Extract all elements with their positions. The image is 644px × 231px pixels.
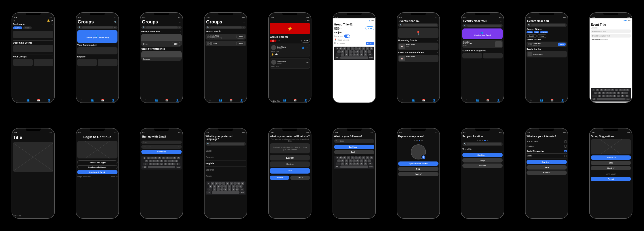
key-q[interactable]: Q bbox=[336, 156, 339, 159]
key-return[interactable]: return bbox=[176, 166, 181, 168]
key-l[interactable]: L bbox=[368, 159, 371, 162]
key-l[interactable]: L bbox=[239, 185, 243, 188]
key-o[interactable]: O bbox=[237, 182, 240, 185]
skip-btn-avatar[interactable]: Skip bbox=[398, 167, 438, 171]
key-k[interactable]: K bbox=[621, 92, 624, 94]
key-s[interactable]: S bbox=[149, 160, 152, 162]
key-h[interactable]: H bbox=[356, 50, 359, 53]
key-p[interactable]: P bbox=[370, 47, 373, 50]
key-space[interactable] bbox=[597, 98, 625, 100]
key-z[interactable]: Z bbox=[341, 162, 344, 165]
key-shift[interactable]: ⇧ bbox=[592, 95, 597, 97]
lang-search[interactable]: 🔍 bbox=[206, 142, 246, 146]
communities-arrow[interactable]: → bbox=[115, 44, 117, 46]
key-l[interactable]: L bbox=[624, 92, 628, 94]
back-icon[interactable]: ← bbox=[564, 20, 566, 22]
name-input[interactable]: Your Name bbox=[334, 139, 374, 143]
key-f[interactable]: F bbox=[220, 185, 224, 188]
nav-groups[interactable]: 👥 bbox=[26, 98, 30, 102]
key-num[interactable]: 123 bbox=[142, 166, 147, 168]
key-shift[interactable]: ⇧ bbox=[207, 188, 212, 191]
more-btn[interactable]: ••• bbox=[628, 19, 630, 22]
upcoming-event-card[interactable]: Location Event Title Date bbox=[462, 40, 503, 48]
key-e[interactable]: E bbox=[600, 89, 603, 91]
share-icon[interactable]: ⬆ bbox=[368, 19, 370, 22]
eye-icon[interactable]: 👁 bbox=[178, 146, 180, 148]
cooking-checkbox[interactable] bbox=[564, 145, 567, 148]
confirm-sugg-btn[interactable]: Confirm → bbox=[591, 155, 631, 160]
key-del[interactable]: ⌫ bbox=[624, 95, 629, 97]
key-j[interactable]: J bbox=[168, 160, 171, 162]
key-m[interactable]: M bbox=[171, 163, 175, 165]
interest-sports[interactable]: Sports bbox=[527, 154, 567, 158]
forgot-pw[interactable]: Forgot password? bbox=[77, 176, 91, 178]
upload-btn[interactable]: Upload from Album bbox=[398, 161, 438, 166]
email-input[interactable]: Email bbox=[141, 141, 182, 144]
friend-btn[interactable]: Friend bbox=[591, 177, 631, 181]
create-event-banner[interactable]: 👥+ Create a New Event bbox=[462, 28, 503, 39]
key-y[interactable]: Y bbox=[354, 47, 358, 50]
key-v[interactable]: V bbox=[352, 162, 356, 165]
key-g[interactable]: G bbox=[224, 185, 227, 188]
key-d[interactable]: D bbox=[345, 50, 348, 53]
key-shift[interactable]: ⇧ bbox=[336, 53, 341, 56]
key-s[interactable]: S bbox=[341, 50, 344, 53]
skip-loc-btn[interactable]: Skip bbox=[462, 158, 503, 162]
key-k[interactable]: K bbox=[364, 159, 367, 162]
key-m[interactable]: M bbox=[364, 162, 367, 165]
nav-events[interactable]: 📅 bbox=[486, 98, 490, 102]
nav-events[interactable]: 📅 bbox=[101, 98, 105, 102]
key-p[interactable]: P bbox=[177, 157, 180, 159]
explore-arrow[interactable]: → bbox=[115, 56, 117, 58]
key-return[interactable]: return bbox=[369, 166, 374, 168]
key-o[interactable]: O bbox=[622, 89, 626, 91]
key-v[interactable]: V bbox=[160, 163, 163, 165]
key-d[interactable]: D bbox=[345, 159, 348, 162]
small-option[interactable]: Small bbox=[270, 168, 310, 174]
nav-profile[interactable]: 👤 bbox=[560, 98, 565, 102]
key-j[interactable]: J bbox=[617, 92, 620, 94]
key-b[interactable]: B bbox=[164, 163, 167, 165]
rsvp-btn[interactable]: RSVP bbox=[558, 43, 566, 46]
key-o[interactable]: O bbox=[173, 157, 176, 159]
key-q[interactable]: Q bbox=[143, 157, 146, 159]
key-s[interactable]: S bbox=[213, 185, 216, 188]
key-return[interactable]: return bbox=[240, 191, 245, 194]
key-del[interactable]: ⌫ bbox=[368, 53, 373, 56]
key-f[interactable]: F bbox=[349, 159, 352, 162]
suggestion-card-1[interactable] bbox=[591, 139, 631, 154]
social-checkbox[interactable]: ✓ bbox=[564, 150, 567, 152]
more-icon-post[interactable]: ••• bbox=[306, 47, 308, 49]
comment-icon[interactable]: 💬 bbox=[275, 53, 278, 56]
english-option[interactable]: English bbox=[206, 161, 246, 166]
key-b[interactable]: B bbox=[356, 53, 359, 56]
key-num[interactable]: 123 bbox=[591, 98, 596, 100]
apple-btn[interactable]: Continue with Apple bbox=[77, 160, 117, 164]
search-bar-events[interactable]: 🔍 bbox=[462, 24, 503, 27]
key-z[interactable]: Z bbox=[149, 163, 152, 165]
key-f[interactable]: F bbox=[156, 160, 159, 162]
key-d[interactable]: D bbox=[217, 185, 220, 188]
result-2[interactable]: Title JOIN bbox=[206, 41, 246, 46]
upcoming-arrow[interactable]: → bbox=[51, 42, 53, 44]
key-m[interactable]: M bbox=[235, 188, 239, 191]
post-btn[interactable]: POST bbox=[366, 42, 374, 45]
key-e[interactable]: E bbox=[343, 47, 346, 50]
key-l[interactable]: L bbox=[175, 160, 178, 162]
key-c[interactable]: C bbox=[156, 163, 159, 165]
back-btn-font[interactable]: Back bbox=[290, 176, 310, 180]
key-del[interactable]: ⌫ bbox=[175, 163, 180, 165]
skip-sugg-btn[interactable]: Skip bbox=[591, 161, 631, 165]
event-card-1[interactable]: 📅 Event Title Date bbox=[398, 43, 438, 50]
save-btn[interactable]: Save bbox=[623, 19, 627, 22]
key-i[interactable]: I bbox=[169, 157, 173, 159]
key-d[interactable]: D bbox=[152, 160, 156, 162]
result-1[interactable]: Title Union City JOIN bbox=[206, 34, 246, 40]
search-input[interactable] bbox=[82, 26, 113, 28]
google-btn[interactable]: Continue with Google bbox=[77, 165, 117, 169]
key-m[interactable]: M bbox=[621, 95, 624, 97]
more-icon[interactable]: ••• bbox=[371, 19, 374, 22]
key-e[interactable]: E bbox=[215, 182, 218, 185]
key-u[interactable]: U bbox=[230, 182, 233, 185]
cat-arrow[interactable]: → bbox=[180, 48, 182, 50]
